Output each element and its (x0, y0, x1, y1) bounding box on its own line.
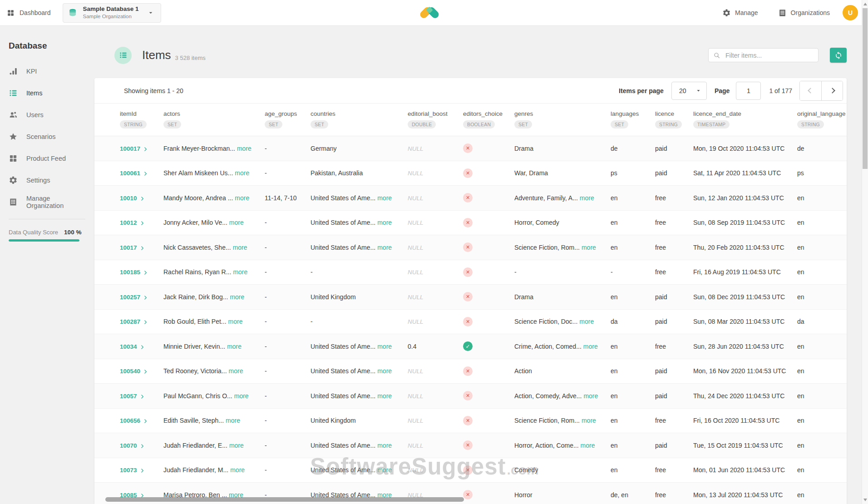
more-link[interactable]: more (377, 466, 392, 474)
sidebar-item-users[interactable]: Users (9, 104, 85, 126)
table-row[interactable]: 100185Rachel Rains, Ryan R...more--NULL✕… (94, 260, 847, 285)
cell-text: de, en (611, 491, 628, 499)
table-row[interactable]: 10012Jonny Acker, Milo Ve...more-United … (94, 211, 847, 236)
cell-editorial_boost: NULL (408, 318, 463, 325)
more-link[interactable]: more (226, 417, 240, 424)
more-link[interactable]: more (377, 219, 392, 226)
column-header-itemId: itemIdSTRING (120, 110, 163, 128)
item-id-link[interactable]: 100287 (120, 318, 140, 325)
item-id-link[interactable]: 100656 (120, 417, 140, 424)
column-type-badge: SET (163, 120, 181, 128)
item-id-link[interactable]: 10017 (120, 244, 137, 251)
filter-input[interactable] (725, 51, 814, 59)
more-link[interactable]: more (230, 466, 245, 474)
table-row[interactable]: 10034Minnie Driver, Kevin...more-United … (94, 334, 847, 359)
more-link[interactable]: more (377, 442, 392, 449)
cell-text: 0.4 (408, 343, 416, 350)
table-row[interactable]: 10070Judah Friedlander, E...more-United … (94, 433, 847, 458)
table-row[interactable]: 100061Sher Alam Miskeen Us...more-Pakist… (94, 161, 847, 186)
more-link[interactable]: more (583, 392, 598, 400)
cell-original_language: en (797, 194, 847, 202)
dashboard-nav[interactable]: Dashboard (6, 9, 51, 17)
more-link[interactable]: more (235, 169, 249, 177)
sidebar-item-settings[interactable]: Settings (9, 169, 85, 191)
chevron-right-icon (139, 394, 145, 400)
table-row[interactable]: 100257Jack Raine, Dirk Bog...more-United… (94, 285, 847, 310)
sidebar-item-kpi[interactable]: KPI (9, 60, 85, 82)
vertical-scrollbar-thumb[interactable] (863, 8, 868, 169)
cell-licence_end_date: Mon, 13 Jul 2020 11:04:53 UTC (693, 491, 797, 499)
cell-countries: Pakistan, Australia (311, 169, 408, 177)
user-avatar[interactable]: U (843, 5, 858, 20)
cell-licence: paid (655, 318, 693, 325)
item-id-link[interactable]: 10073 (120, 467, 137, 474)
cell-text: en (797, 392, 804, 400)
refresh-button[interactable] (830, 48, 847, 63)
prev-page-button[interactable] (800, 81, 821, 100)
manage-nav[interactable]: Manage (722, 9, 758, 17)
more-link[interactable]: more (377, 392, 392, 400)
cell-text: paid (655, 392, 667, 400)
item-id-link[interactable]: 10070 (120, 442, 137, 449)
more-link[interactable]: more (581, 442, 595, 449)
item-id-link[interactable]: 10012 (120, 219, 137, 226)
item-id-link[interactable]: 100017 (120, 145, 140, 152)
false-icon: ✕ (463, 267, 473, 277)
more-link[interactable]: more (237, 145, 252, 152)
more-link[interactable]: more (227, 343, 242, 350)
more-link[interactable]: more (234, 392, 249, 400)
chevron-right-icon (829, 88, 835, 94)
table-row[interactable]: 100540Ted Rooney, Victoria...more-United… (94, 359, 847, 384)
sidebar-item-items[interactable]: Items (9, 82, 85, 104)
organizations-nav[interactable]: Organizations (778, 9, 830, 17)
table-row[interactable]: 100017Frank Meyer-Brockman...more-German… (94, 136, 847, 161)
table-row[interactable]: 10017Nick Cassavetes, She...more-United … (94, 235, 847, 260)
chevron-right-icon (143, 171, 148, 177)
cell-editors_choice: ✕ (463, 267, 514, 277)
vertical-scrollbar[interactable] (862, 0, 868, 504)
more-link[interactable]: more (582, 244, 596, 251)
item-id-link[interactable]: 100185 (120, 269, 140, 276)
more-link[interactable]: more (235, 194, 249, 202)
more-link[interactable]: more (377, 194, 392, 202)
more-link[interactable]: more (377, 367, 392, 375)
table-row[interactable]: 10057Paul McGann, Chris O...more-United … (94, 384, 847, 409)
items-per-page-select[interactable]: 20 (671, 82, 707, 100)
more-link[interactable]: more (583, 343, 598, 350)
table-row[interactable]: 100287Rob Gould, Elith Pet...more--NULL✕… (94, 310, 847, 335)
more-link[interactable]: more (582, 417, 596, 424)
table-row[interactable]: 100656Edith Saville, Steph...more-United… (94, 409, 847, 434)
more-link[interactable]: more (579, 318, 594, 325)
table-row[interactable]: 10073Judah Friedlander, M...more-United … (94, 458, 847, 483)
database-selector[interactable]: Sample Database 1 Sample Organization (63, 3, 161, 23)
more-link[interactable]: more (229, 219, 244, 226)
chevron-right-icon (143, 418, 148, 424)
more-link[interactable]: more (228, 318, 243, 325)
more-link[interactable]: more (230, 293, 244, 301)
more-link[interactable]: more (229, 367, 243, 375)
sidebar-item-scenarios[interactable]: Scenarios (9, 126, 85, 148)
sidebar-item-product-feed[interactable]: Product Feed (9, 148, 85, 169)
organizations-label: Organizations (791, 9, 830, 16)
cell-licence: paid (655, 367, 693, 375)
more-link[interactable]: more (233, 244, 247, 251)
page-number-input[interactable] (736, 82, 761, 100)
item-id-link[interactable]: 100540 (120, 368, 140, 375)
more-link[interactable]: more (580, 194, 594, 202)
cell-text: War, Drama (514, 169, 548, 177)
table-row[interactable]: 10010Mandy Moore, Andrea ...more11-14, 7… (94, 186, 847, 211)
item-id-link[interactable]: 10010 (120, 195, 137, 202)
item-id-link[interactable]: 100061 (120, 170, 140, 177)
item-id-link[interactable]: 10057 (120, 393, 137, 400)
item-id-link[interactable]: 100257 (120, 294, 140, 301)
cell-itemId: 10034 (120, 343, 163, 350)
more-link[interactable]: more (233, 268, 247, 276)
item-id-link[interactable]: 10034 (120, 343, 137, 350)
app-window: Dashboard Sample Database 1 Sample Organ… (0, 0, 868, 504)
horizontal-scrollbar-thumb[interactable] (105, 497, 464, 502)
sidebar-item-manage-organization[interactable]: Manage Organization (9, 191, 85, 213)
more-link[interactable]: more (377, 244, 392, 251)
more-link[interactable]: more (229, 442, 244, 449)
next-page-button[interactable] (821, 81, 843, 100)
more-link[interactable]: more (377, 343, 392, 350)
